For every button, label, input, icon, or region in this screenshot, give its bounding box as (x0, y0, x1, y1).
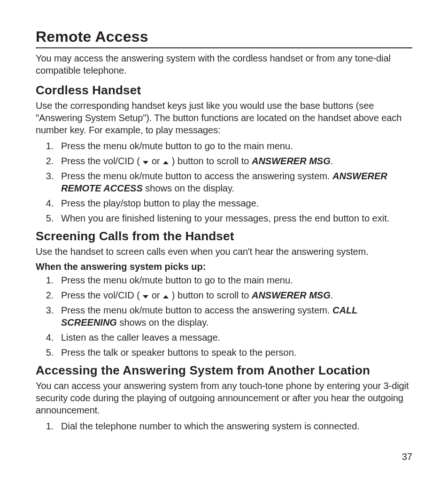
list-item: Press the menu ok/mute button to go to t… (56, 274, 412, 286)
steps-screening: Press the menu ok/mute button to go to t… (36, 274, 412, 359)
list-item: Press the play/stop button to play the m… (56, 197, 412, 209)
triangle-down-icon (142, 295, 149, 299)
subheading-screening: When the answering system picks up: (36, 261, 412, 272)
steps-remote: Dial the telephone number to which the a… (36, 420, 412, 432)
step-text: Press the vol/CID ( (61, 290, 142, 300)
list-item: Listen as the caller leaves a message. (56, 331, 412, 344)
step-text: shows on the display. (143, 183, 234, 193)
svg-marker-2 (143, 295, 148, 298)
svg-marker-3 (163, 295, 169, 298)
manual-page: Remote Access You may access the answeri… (0, 0, 448, 481)
section-heading-remote: Accessing the Answering System from Anot… (36, 363, 412, 378)
step-text: . (331, 156, 333, 166)
triangle-up-icon (162, 295, 169, 299)
step-text: ) button to scroll to (169, 290, 252, 300)
step-em: ANSWERER MSG (252, 290, 331, 300)
list-item: Press the vol/CID ( or ) button to scrol… (56, 289, 412, 301)
list-item: Press the talk or speaker buttons to spe… (56, 346, 412, 359)
list-item: Dial the telephone number to which the a… (56, 420, 412, 432)
list-item: Press the menu ok/mute button to access … (56, 170, 412, 194)
step-text: Press the menu ok/mute button to access … (61, 171, 332, 181)
triangle-down-icon (142, 160, 149, 165)
step-text: . (331, 290, 333, 300)
svg-marker-1 (163, 161, 169, 164)
section-intro-screening: Use the handset to screen calls even whe… (36, 245, 412, 258)
steps-cordless: Press the menu ok/mute button to go to t… (36, 140, 412, 224)
section-intro-cordless: Use the corresponding handset keys just … (36, 99, 412, 136)
step-text: Press the vol/CID ( (61, 156, 142, 166)
list-item: When you are finished listening to your … (56, 212, 412, 224)
step-text: shows on the display. (117, 317, 209, 328)
section-heading-screening: Screening Calls from the Handset (36, 229, 412, 244)
step-text: Press the menu ok/mute button to access … (61, 305, 332, 315)
section-heading-cordless: Cordless Handset (36, 83, 412, 98)
list-item: Press the menu ok/mute button to go to t… (56, 140, 412, 152)
list-item: Press the vol/CID ( or ) button to scrol… (56, 155, 412, 167)
triangle-up-icon (162, 160, 169, 165)
svg-marker-0 (143, 161, 148, 164)
list-item: Press the menu ok/mute button to access … (56, 304, 412, 328)
step-em: ANSWERER MSG (252, 156, 331, 166)
page-title: Remote Access (36, 28, 412, 48)
step-text: or (149, 290, 162, 300)
step-text: ) button to scroll to (169, 156, 252, 166)
section-intro-remote: You can access your answering system fro… (36, 380, 412, 416)
step-text: or (149, 156, 162, 166)
page-intro: You may access the answering system with… (36, 52, 412, 76)
page-number: 37 (402, 451, 412, 462)
